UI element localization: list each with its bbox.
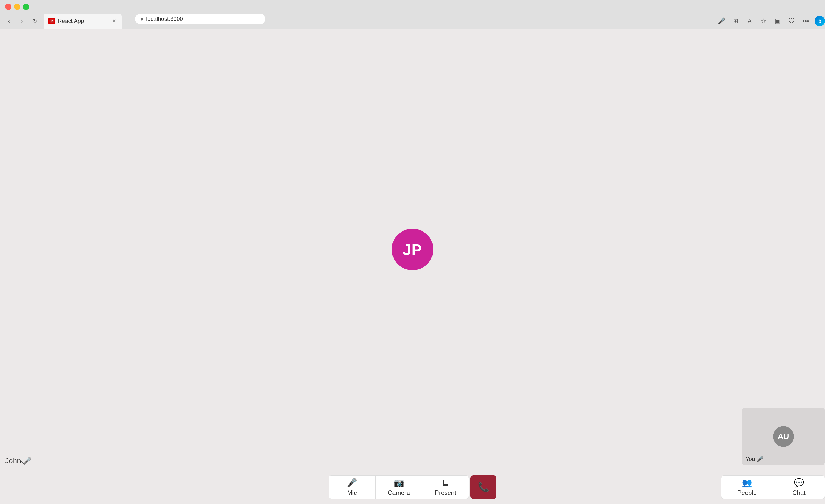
camera-label: Camera <box>388 489 410 496</box>
center-controls: 🎤 Mic 📷 Camera 🖥 Present 📞 <box>328 476 497 499</box>
reader-icon[interactable]: A <box>744 16 755 26</box>
traffic-lights <box>5 4 29 10</box>
bing-icon[interactable]: b <box>815 16 825 26</box>
lock-icon: ● <box>140 16 144 22</box>
svg-text:R: R <box>51 20 53 23</box>
main-participant-initials: JP <box>403 241 422 258</box>
close-button[interactable] <box>5 4 11 10</box>
tab-close-button[interactable]: ✕ <box>111 18 117 24</box>
john-label: John 🎤 | <box>5 457 31 465</box>
new-tab-button[interactable]: + <box>122 13 133 24</box>
self-muted-icon: 🎤 <box>757 456 764 463</box>
minimize-button[interactable] <box>14 4 20 10</box>
right-controls: 👥 People 💬 Chat <box>721 476 825 499</box>
chat-icon: 💬 <box>794 478 804 488</box>
people-icon: 👥 <box>742 478 752 488</box>
split-view-icon[interactable]: ▣ <box>772 16 783 26</box>
tab-title: React App <box>58 18 84 24</box>
grid-icon[interactable]: ⊞ <box>730 16 741 26</box>
chat-label: Chat <box>792 489 806 496</box>
present-button[interactable]: 🖥 Present <box>422 476 469 499</box>
self-label-text: You <box>745 456 755 463</box>
mic-label: Mic <box>347 489 357 496</box>
people-label: People <box>737 489 757 496</box>
end-call-icon: 📞 <box>478 482 490 493</box>
title-bar <box>0 0 825 13</box>
browser-toolbar-right: 🎤 ⊞ A ☆ ▣ 🛡 ••• b <box>717 13 825 28</box>
present-icon: 🖥 <box>441 478 450 488</box>
back-button[interactable]: ‹ <box>4 16 14 26</box>
favorites-icon[interactable]: ☆ <box>758 16 769 26</box>
self-avatar: AU <box>773 426 794 447</box>
extension-icon[interactable]: 🛡 <box>786 16 797 26</box>
bottom-controls: 🎤 Mic 📷 Camera 🖥 Present 📞 👥 <box>0 470 825 504</box>
reload-button[interactable]: ↻ <box>29 16 40 26</box>
self-view-tile: AU You 🎤 <box>742 408 825 465</box>
address-bar[interactable]: ● localhost:3000 <box>135 13 265 24</box>
end-call-button[interactable]: 📞 <box>470 476 497 499</box>
mic-toolbar-icon[interactable]: 🎤 <box>717 16 727 26</box>
present-label: Present <box>435 489 456 496</box>
people-button[interactable]: 👥 People <box>721 476 773 499</box>
mic-button[interactable]: 🎤 Mic <box>328 476 375 499</box>
main-video-area: JP John 🎤 | AU You 🎤 <box>0 28 825 470</box>
self-view-label: You 🎤 <box>745 456 764 463</box>
fullscreen-button[interactable] <box>23 4 29 10</box>
tab-favicon: R <box>48 18 55 24</box>
john-muted-icon: 🎤 <box>23 457 31 465</box>
camera-button[interactable]: 📷 Camera <box>375 476 422 499</box>
browser-chrome: ‹ › ↻ R React App ✕ + ● localhost:3000 🎤… <box>0 0 825 28</box>
more-icon[interactable]: ••• <box>801 16 811 26</box>
url-text: localhost:3000 <box>146 16 183 22</box>
main-participant-avatar: JP <box>392 229 433 270</box>
forward-button[interactable]: › <box>17 16 27 26</box>
app-area: JP John 🎤 | AU You 🎤 🎤 <box>0 28 825 504</box>
self-initials: AU <box>778 432 789 441</box>
chat-button[interactable]: 💬 Chat <box>773 476 825 499</box>
camera-icon: 📷 <box>394 478 404 488</box>
mic-icon: 🎤 <box>347 478 357 488</box>
